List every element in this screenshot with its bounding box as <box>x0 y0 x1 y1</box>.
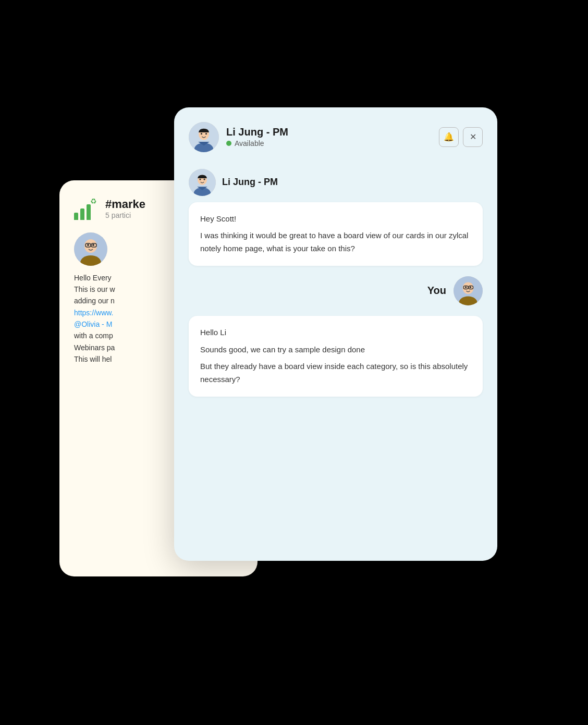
you-msg-line-1: Hello Li <box>200 326 471 339</box>
bar-3 <box>87 204 91 220</box>
recycle-icon: ♻ <box>90 197 97 205</box>
svg-point-11 <box>201 133 202 134</box>
you-row: You <box>189 276 483 305</box>
channel-info: #marke 5 partici <box>105 198 145 219</box>
msg-line-1: Hey Scott! <box>200 213 471 226</box>
sent-message-block: Hello Li Sounds good, we can try a sampl… <box>189 316 483 397</box>
li-jung-message-bubble: Hey Scott! I was thinking it would be gr… <box>189 202 483 266</box>
scene: ♻ #marke 5 partici <box>59 76 529 649</box>
bell-button[interactable]: 🔔 <box>439 127 459 147</box>
received-message-block: Li Jung - PM Hey Scott! I was thinking i… <box>189 169 483 266</box>
status-text: Available <box>235 139 264 148</box>
dm-header-actions: 🔔 ✕ <box>439 127 483 147</box>
channel-name: #marke <box>105 198 145 211</box>
sender-row: Li Jung - PM <box>189 169 483 196</box>
you-msg-line-3: But they already have a board view insid… <box>200 360 471 386</box>
channel-sender-avatar <box>74 232 107 266</box>
you-label: You <box>427 285 446 297</box>
close-button[interactable]: ✕ <box>463 127 483 147</box>
message-section: Li Jung - PM Hey Scott! I was thinking i… <box>189 169 483 397</box>
li-jung-avatar <box>189 169 216 196</box>
bar-1 <box>74 213 78 220</box>
dm-header-avatar <box>189 122 219 152</box>
svg-point-22 <box>470 286 472 288</box>
svg-point-4 <box>92 244 94 246</box>
status-dot <box>226 141 231 146</box>
bell-icon: 🔔 <box>444 132 454 142</box>
you-msg-line-2: Sounds good, we can try a sample design … <box>200 343 471 357</box>
dm-contact-name: Li Jung - PM <box>226 126 432 138</box>
li-jung-sender-name: Li Jung - PM <box>222 177 278 188</box>
chart-icon: ♻ <box>74 197 97 220</box>
dm-status: Available <box>226 139 432 148</box>
svg-point-21 <box>465 286 467 288</box>
svg-point-12 <box>205 133 207 134</box>
you-message-bubble: Hello Li Sounds good, we can try a sampl… <box>189 316 483 397</box>
svg-point-17 <box>204 178 205 180</box>
you-avatar <box>454 276 483 305</box>
svg-point-3 <box>87 244 89 246</box>
channel-participants: 5 partici <box>105 211 145 219</box>
msg-line-2: I was thinking it would be great to have… <box>200 229 471 255</box>
bar-2 <box>80 208 84 220</box>
svg-point-16 <box>199 178 201 180</box>
dm-card: Li Jung - PM Available 🔔 ✕ <box>174 107 497 561</box>
dm-header: Li Jung - PM Available 🔔 ✕ <box>189 122 483 152</box>
close-icon: ✕ <box>470 132 476 142</box>
dm-header-info: Li Jung - PM Available <box>226 126 432 148</box>
